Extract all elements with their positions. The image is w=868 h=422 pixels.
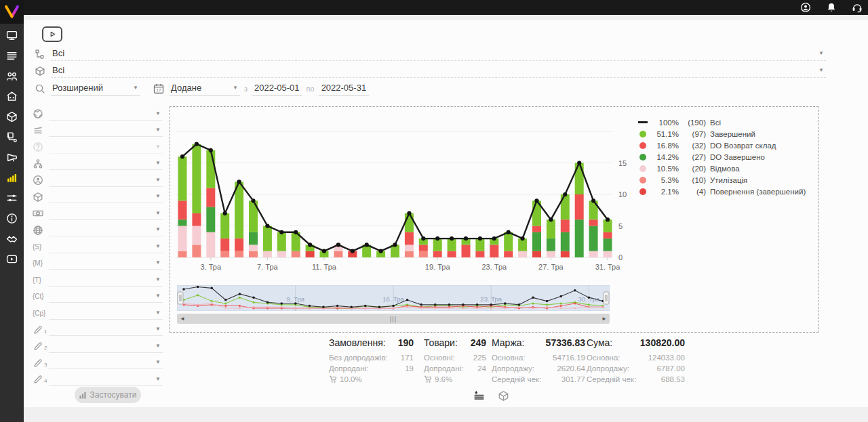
side-filter-select-15[interactable]: ▼ [49,340,163,353]
sidebar-item-marketing[interactable] [0,148,24,169]
scrollbar-grip[interactable]: ||| [390,316,397,322]
bar-day-25[interactable] [518,238,527,257]
total-line-point-day-25[interactable] [521,236,525,240]
total-line-point-day-29[interactable] [577,161,581,165]
bar-day-2[interactable] [192,144,201,257]
legend-item-5[interactable]: 10.5%(20)Відмова [638,163,806,174]
sidebar-item-orders[interactable] [0,47,24,67]
side-filter-select-14[interactable]: ▼ [49,323,163,336]
total-line-point-day-22[interactable] [478,236,482,240]
total-line-point-day-18[interactable] [421,236,425,240]
help-video-button[interactable] [42,26,62,42]
total-line-point-day-4[interactable] [223,211,227,215]
bar-day-24[interactable] [504,232,513,257]
total-line-point-day-26[interactable] [534,198,538,203]
navigator-handle[interactable] [604,292,609,304]
side-filter-select-12[interactable]: ▼ [49,290,163,303]
legend-item-7[interactable]: 2.1%(4)Повернення (завершений) [638,186,806,197]
total-line-point-day-11[interactable] [322,249,326,253]
orders-summary-toggle[interactable] [471,389,486,404]
sidebar-item-partners[interactable] [0,230,24,250]
bar-day-31[interactable] [604,219,612,257]
sidebar-item-statistics[interactable] [0,169,24,189]
total-line-point-day-21[interactable] [464,236,468,240]
side-filter-select-13[interactable]: ▼ [49,307,163,320]
sidebar-item-settings[interactable] [0,189,24,209]
side-filter-select-1[interactable]: ▼ [49,108,163,121]
side-filter-select-7[interactable]: ▼ [49,207,163,220]
search-mode-select[interactable]: Розширений ▼ [51,81,140,96]
scrollbar-left-arrow[interactable]: ◄ [177,316,188,322]
sidebar-item-products[interactable] [0,108,24,128]
scrollbar-right-arrow[interactable]: ► [599,316,610,322]
side-filter-select-16[interactable]: ▼ [49,356,163,369]
bar-day-8[interactable] [277,232,286,257]
bar-day-4[interactable] [220,213,229,257]
bar-day-30[interactable] [589,201,598,257]
legend-item-3[interactable]: 16.8%(32)DO Возврат склад [638,140,806,151]
total-line-point-day-24[interactable] [507,230,511,234]
legend-item-6[interactable]: 5.3%(10)Утилізація [638,174,806,186]
side-filter-select-9[interactable]: ▼ [49,240,163,253]
total-line-point-day-14[interactable] [365,242,369,247]
products-summary-toggle[interactable] [496,389,511,404]
total-line-point-day-27[interactable] [549,217,553,221]
total-line-point-day-13[interactable] [351,249,355,253]
sidebar-item-info[interactable] [0,209,24,230]
total-line-point-day-16[interactable] [393,242,397,247]
sidebar-item-customers[interactable] [0,67,24,87]
total-line-point-day-9[interactable] [294,230,298,234]
total-line-point-day-15[interactable] [379,249,383,253]
sidebar-item-dashboard[interactable] [0,26,24,47]
side-filter-select-17[interactable]: ▼ [49,373,163,386]
support-headset-icon[interactable] [851,2,863,14]
side-filter-select-11[interactable]: ▼ [49,274,163,287]
total-line-point-day-20[interactable] [450,236,454,240]
total-line-point-day-12[interactable] [336,242,340,247]
total-line-point-day-17[interactable] [407,211,411,215]
total-line-point-day-31[interactable] [606,217,610,221]
bar-day-29[interactable] [575,163,584,258]
side-filter-select-5[interactable]: ▼ [49,174,163,187]
total-line-point-day-5[interactable] [237,180,241,184]
legend-item-1[interactable]: 100%(190)Всі [638,117,806,128]
bar-day-18[interactable] [419,238,428,257]
bar-day-7[interactable] [263,226,272,258]
app-logo[interactable] [0,0,24,24]
total-line-point-day-19[interactable] [435,236,439,240]
sidebar-item-video[interactable] [0,250,24,270]
total-line-point-day-23[interactable] [492,236,496,240]
navigator-handle[interactable] [178,292,183,304]
bar-day-1[interactable] [178,156,187,257]
navigator-svg[interactable]: 9. Тра16. Тра23. Тра30. Тра [177,285,610,311]
side-filter-select-3[interactable]: ▼ [49,141,163,154]
total-line-point-day-2[interactable] [195,142,199,146]
total-line-point-day-7[interactable] [265,224,269,228]
total-line-point-day-28[interactable] [563,192,567,196]
total-line-point-day-1[interactable] [180,154,184,159]
chart-scrollbar[interactable]: ◄ ||| ► [177,314,610,324]
bar-day-6[interactable] [249,201,258,257]
date-field-select[interactable]: Додане ▼ [170,81,240,96]
bar-day-21[interactable] [462,238,471,257]
sidebar-item-store[interactable] [0,87,24,108]
total-line-point-day-30[interactable] [591,198,595,203]
user-account-icon[interactable] [800,2,811,14]
bar-day-22[interactable] [475,238,484,257]
bar-day-19[interactable] [433,238,442,257]
total-line-point-day-6[interactable] [251,198,255,203]
category-select[interactable]: Всі ▼ [51,47,826,61]
date-to-input[interactable]: 2022-05-31 [319,81,370,96]
sidebar-item-logistics[interactable] [0,128,24,148]
side-filter-select-4[interactable]: ▼ [49,157,163,170]
legend-item-2[interactable]: 51.1%(97)Завершений [638,128,806,140]
side-filter-select-10[interactable]: ▼ [49,257,163,270]
product-select[interactable]: Всі ▼ [51,64,826,78]
bar-day-5[interactable] [235,182,243,257]
total-line-point-day-3[interactable] [209,148,213,152]
bar-day-28[interactable] [561,194,570,257]
bar-day-20[interactable] [448,238,456,257]
total-line-point-day-10[interactable] [308,242,312,247]
notifications-bell-icon[interactable] [825,2,837,14]
date-from-input[interactable]: 2022-05-01 [252,81,302,96]
